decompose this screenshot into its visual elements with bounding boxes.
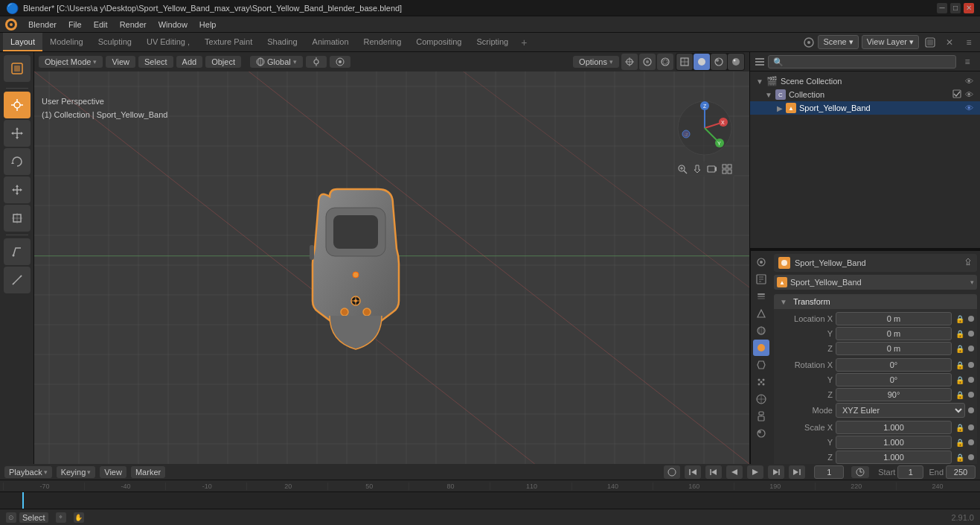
jump-to-start-btn[interactable]: [685, 465, 701, 479]
play-reverse-btn[interactable]: [726, 465, 743, 479]
location-z-lock-icon[interactable]: 🔒: [955, 343, 965, 354]
props-tab-modifiers[interactable]: [753, 357, 769, 373]
props-tab-object[interactable]: [753, 340, 769, 356]
scale-z-lock-icon[interactable]: 🔒: [955, 452, 965, 462]
jump-to-end-btn[interactable]: [789, 465, 805, 479]
tab-compositing[interactable]: Compositing: [409, 33, 469, 51]
tab-shading[interactable]: Shading: [260, 33, 304, 51]
grid-view-btn[interactable]: [720, 161, 734, 177]
menu-edit[interactable]: Edit: [88, 19, 114, 31]
props-tab-view-layer[interactable]: [753, 288, 769, 305]
tab-sculpting[interactable]: Sculpting: [91, 33, 139, 51]
tab-texture-paint[interactable]: Texture Paint: [197, 33, 260, 51]
hand-pan-btn[interactable]: [690, 161, 705, 177]
start-frame-input[interactable]: [897, 465, 923, 479]
timeline-body[interactable]: [0, 492, 980, 509]
maximize-button[interactable]: □: [950, 3, 961, 13]
location-y-lock-icon[interactable]: 🔒: [955, 328, 965, 339]
menu-render[interactable]: Render: [114, 19, 153, 31]
tab-rendering[interactable]: Rendering: [356, 33, 409, 51]
cursor-tool-btn[interactable]: [4, 92, 31, 118]
scale-tool-btn[interactable]: [4, 176, 31, 203]
location-x-input[interactable]: [836, 312, 952, 325]
props-tab-material[interactable]: [753, 425, 769, 442]
select-menu-btn[interactable]: Select: [138, 56, 173, 68]
rotation-mode-select[interactable]: XYZ Euler XZY Euler YXZ Euler Quaternion: [836, 403, 965, 418]
current-frame-input[interactable]: [814, 465, 844, 479]
menu-blender[interactable]: Blender: [22, 19, 63, 31]
location-y-input[interactable]: [836, 327, 952, 340]
fps-btn[interactable]: [851, 466, 869, 478]
tab-animation[interactable]: Animation: [305, 33, 356, 51]
transform-tool-btn[interactable]: [4, 205, 31, 232]
props-tab-output[interactable]: [753, 271, 769, 287]
rotation-x-lock-icon[interactable]: 🔒: [955, 360, 965, 370]
scale-z-input[interactable]: [836, 451, 952, 464]
menu-help[interactable]: Help: [193, 19, 222, 31]
scale-y-lock-icon[interactable]: 🔒: [955, 437, 965, 448]
outliner-item-scene-collection[interactable]: ▼ 🎬 Scene Collection 👁: [750, 74, 980, 88]
tab-modeling[interactable]: Modeling: [42, 33, 91, 51]
step-forward-btn[interactable]: [768, 465, 784, 479]
annotate-tool-btn[interactable]: [4, 238, 31, 265]
props-tab-constraints[interactable]: [753, 408, 769, 424]
outliner-filter-icon-btn[interactable]: ≡: [959, 54, 976, 70]
object-visibility-icon[interactable]: 👁: [964, 103, 974, 113]
playback-menu-btn[interactable]: Playback ▾: [4, 466, 52, 478]
scale-x-input[interactable]: [836, 421, 952, 434]
marker-menu-btn[interactable]: Marker: [131, 466, 165, 478]
location-x-lock-icon[interactable]: 🔒: [955, 314, 965, 324]
object-menu-btn[interactable]: Object: [205, 56, 241, 68]
viewport-gizmos-btn[interactable]: [621, 54, 638, 70]
rotate-tool-btn[interactable]: [4, 148, 31, 175]
step-back-btn[interactable]: [705, 465, 722, 479]
rendered-shading-btn[interactable]: [728, 54, 744, 70]
tab-uv-editing[interactable]: UV Editing ,: [139, 33, 197, 51]
scene-collection-visibility-icon[interactable]: 👁: [964, 76, 974, 86]
rotation-y-lock-icon[interactable]: 🔒: [955, 375, 965, 385]
outliner-search-input[interactable]: [768, 55, 956, 69]
transform-global-dropdown[interactable]: Global ▾: [250, 56, 303, 68]
timeline-cursor[interactable]: [22, 492, 24, 509]
camera-view-btn[interactable]: [705, 161, 720, 177]
minimize-button[interactable]: ─: [937, 3, 947, 13]
props-tab-physics[interactable]: [753, 391, 769, 407]
viewport-xray-btn[interactable]: [657, 54, 673, 70]
menu-file[interactable]: File: [63, 19, 88, 31]
close-panel-icon-btn[interactable]: ✕: [941, 34, 958, 51]
tab-scripting[interactable]: Scripting: [469, 33, 516, 51]
object-dropdown-chevron[interactable]: ▾: [970, 279, 974, 286]
add-menu-btn[interactable]: Add: [176, 56, 203, 68]
scene-selector[interactable]: Scene ▾: [818, 35, 858, 49]
object-mode-dropdown[interactable]: Object Mode ▾: [39, 56, 103, 68]
axis-navigator[interactable]: Z X Y -Z: [675, 98, 734, 158]
outliner-item-sport-yellow-band[interactable]: ▶ ▲ Sport_Yellow_Band 👁: [750, 101, 980, 115]
scale-x-lock-icon[interactable]: 🔒: [955, 422, 965, 433]
tab-layout[interactable]: Layout: [3, 33, 42, 51]
keying-menu-btn[interactable]: Keying ▾: [57, 466, 96, 478]
play-btn[interactable]: [747, 465, 763, 479]
props-tab-world[interactable]: [753, 322, 769, 339]
snap-btn[interactable]: [306, 56, 327, 68]
measure-tool-btn[interactable]: [4, 267, 31, 293]
props-tab-scene[interactable]: [753, 305, 769, 322]
render-icon-btn[interactable]: [922, 34, 938, 51]
mode-icon-btn[interactable]: [4, 55, 31, 82]
rotation-z-input[interactable]: [836, 388, 952, 401]
viewport-3d[interactable]: Object Mode ▾ View Select Add Object Glo…: [34, 52, 749, 464]
rotation-x-input[interactable]: [836, 358, 952, 372]
proportional-edit-btn[interactable]: [330, 56, 350, 68]
prop-pin-icon[interactable]: [964, 258, 973, 268]
collection-checkbox-icon[interactable]: [952, 89, 961, 98]
viewport-overlays-btn[interactable]: [639, 54, 656, 70]
timeline-track[interactable]: -70 -40 -10 20 50 80 110 140 160 190 220…: [0, 480, 980, 509]
rotation-z-lock-icon[interactable]: 🔒: [955, 389, 965, 400]
collection-visibility-icon[interactable]: 👁: [964, 89, 974, 100]
view-menu-btn[interactable]: View: [106, 56, 135, 68]
scale-y-input[interactable]: [836, 436, 952, 449]
location-z-input[interactable]: [836, 342, 952, 355]
menu-window[interactable]: Window: [153, 19, 193, 31]
zoom-in-btn[interactable]: [675, 161, 690, 177]
add-workspace-button[interactable]: +: [516, 33, 532, 51]
props-tab-particles[interactable]: [753, 374, 769, 390]
